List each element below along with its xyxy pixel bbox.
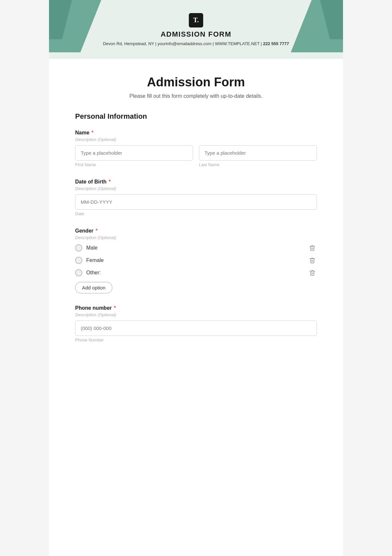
first-name-sublabel: First Name: [75, 162, 193, 167]
dob-sublabel: Date: [75, 211, 317, 216]
header-contact: Devon Rd, Hempstead, NY | yourinfo@email…: [103, 41, 289, 46]
logo: T.: [189, 13, 203, 27]
delete-icon-male[interactable]: [308, 243, 317, 252]
field-name: Name * Description (Optional) First Name…: [75, 130, 317, 167]
required-indicator-dob: *: [108, 179, 110, 184]
field-name-label: Name *: [75, 130, 317, 136]
gender-option-female: Female: [75, 256, 317, 265]
gender-option-other: Other:: [75, 268, 317, 277]
form-main-title: Admission Form: [75, 75, 317, 89]
gender-label-male: Male: [86, 245, 98, 251]
last-name-wrap: Last Name: [199, 145, 317, 167]
phone-input[interactable]: [75, 321, 317, 336]
section-personal-title: Personal Information: [75, 112, 317, 121]
page: T. ADMISSION FORM Devon Rd, Hempstead, N…: [49, 0, 343, 556]
field-dob-label: Date of Birth *: [75, 179, 317, 185]
gender-label-other: Other:: [86, 270, 101, 276]
phone-sublabel: Phone Number: [75, 338, 317, 342]
gender-label-female: Female: [86, 257, 104, 263]
radio-circle-male[interactable]: [75, 244, 82, 252]
first-name-input[interactable]: [75, 145, 193, 161]
field-phone-description: Description (Optional): [75, 312, 317, 317]
header: T. ADMISSION FORM Devon Rd, Hempstead, N…: [49, 0, 343, 59]
dob-input[interactable]: [75, 194, 317, 210]
gender-options: Male Female: [75, 243, 317, 277]
header-center: T. ADMISSION FORM Devon Rd, Hempstead, N…: [49, 0, 343, 59]
field-name-row: First Name Last Name: [75, 145, 317, 167]
last-name-sublabel: Last Name: [199, 162, 317, 167]
field-phone: Phone number * Description (Optional) Ph…: [75, 305, 317, 342]
field-gender-label: Gender *: [75, 228, 317, 234]
radio-circle-other[interactable]: [75, 269, 82, 276]
radio-circle-female[interactable]: [75, 257, 82, 264]
field-dob: Date of Birth * Description (Optional) D…: [75, 179, 317, 216]
first-name-wrap: First Name: [75, 145, 193, 167]
required-indicator: *: [91, 130, 93, 135]
required-indicator-phone: *: [114, 305, 116, 311]
field-phone-label: Phone number *: [75, 305, 317, 311]
header-title: ADMISSION FORM: [161, 30, 232, 39]
add-option-button[interactable]: Add option: [75, 282, 112, 293]
field-gender: Gender * Description (Optional) Male: [75, 228, 317, 293]
last-name-input[interactable]: [199, 145, 317, 161]
delete-icon-other[interactable]: [308, 268, 317, 277]
form-content: Admission Form Please fill out this form…: [49, 59, 343, 374]
field-gender-description: Description (Optional): [75, 235, 317, 240]
form-subtitle: Please fill out this form completely wit…: [75, 93, 317, 99]
header-phone: 222 555 7777: [263, 41, 289, 46]
required-indicator-gender: *: [95, 228, 97, 234]
field-dob-description: Description (Optional): [75, 186, 317, 191]
gender-option-male: Male: [75, 243, 317, 252]
field-name-description: Description (Optional): [75, 137, 317, 142]
delete-icon-female[interactable]: [308, 256, 317, 265]
